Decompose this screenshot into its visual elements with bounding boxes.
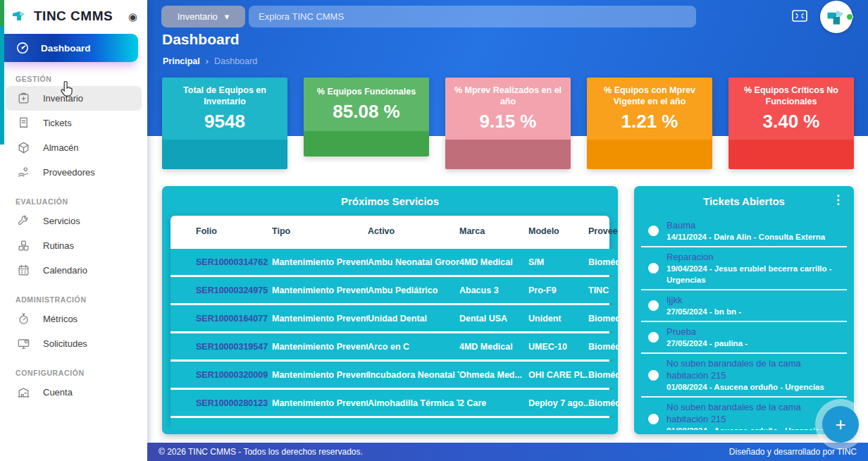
kebab-menu-icon[interactable]: ⋮ xyxy=(832,192,844,208)
ticket-bullet-icon xyxy=(648,414,659,424)
cell-tipo: Mantenimiento Prevent... xyxy=(272,257,368,267)
cell-tipo: Mantenimiento Prevent... xyxy=(272,370,368,380)
cell-marca: Dental USA xyxy=(459,314,528,324)
col-activo: Activo xyxy=(368,226,459,236)
table-footer-spacer xyxy=(170,418,618,431)
sidebar-toggle-icon[interactable]: ◉ xyxy=(128,11,137,22)
col-proveedor: Proveedor xyxy=(588,226,618,236)
cell-activo: Ambu Neonatal Groom... xyxy=(368,257,459,267)
ticket-subtitle: 01/08/2024 - Asucena orduño - Urgencias xyxy=(666,381,843,393)
col-modelo: Modelo xyxy=(528,226,588,236)
sidebar-item-solicitudes[interactable]: Solicitudes xyxy=(0,331,147,356)
speedometer-icon xyxy=(16,41,30,55)
services-table: Folio Tipo Activo Marca Modelo Proveedor… xyxy=(170,216,618,431)
ticket-bullet-icon xyxy=(648,263,659,273)
table-row[interactable]: SER10000324975 Mantenimiento Prevent... … xyxy=(170,277,618,303)
kpi-value: 9548 xyxy=(204,111,245,133)
wrench-icon xyxy=(17,214,30,228)
cell-proveedor: Biomédi xyxy=(588,370,618,380)
table-row[interactable]: SER10000280123 Mantenimiento Prevent... … xyxy=(170,390,618,416)
calendar-icon xyxy=(17,264,30,277)
folio-link[interactable]: SER10000324975 xyxy=(196,285,272,295)
kpi-value: 3.40 % xyxy=(763,111,820,133)
kpi-value: 85.08 % xyxy=(333,101,399,123)
sidebar-item-dashboard[interactable]: Dashboard xyxy=(0,34,138,62)
col-tipo: Tipo xyxy=(272,226,368,236)
kpi-footer xyxy=(587,140,712,169)
folio-link[interactable]: SER10000320009 xyxy=(196,370,272,380)
kpi-label: % Equipos Críticos No Funcionales xyxy=(737,85,845,107)
ticket-subtitle: 19/04/2024 - Jesus erubiel becerra carri… xyxy=(666,263,843,285)
warehouse-box-icon xyxy=(17,141,30,154)
sidebar-item-calendario[interactable]: Calendario xyxy=(0,258,147,283)
sidebar-item-metricos[interactable]: Métricos xyxy=(0,307,147,331)
cell-activo: Ambu Pediátrico xyxy=(368,285,459,295)
kpi-card-total-equipos: Total de Equipos en Inventario 9548 xyxy=(162,78,287,169)
ticket-item[interactable]: No suben barandales de la cama habitació… xyxy=(641,398,847,430)
caret-down-icon: ▾ xyxy=(225,11,230,22)
kpi-value: 9.15 % xyxy=(480,111,537,133)
cell-activo: Unidad Dental xyxy=(368,314,459,324)
section-label-gestion: GESTIÓN xyxy=(16,75,147,83)
sidebar-item-label: Métricos xyxy=(43,314,78,324)
building-icon xyxy=(17,386,30,399)
sidebar-item-tickets[interactable]: Tickets xyxy=(0,111,147,135)
panel-title: Tickets Abiertos xyxy=(634,186,854,216)
ticket-item[interactable]: Reparacion 19/04/2024 - Jesus erubiel be… xyxy=(641,247,847,290)
cell-modelo: S/M xyxy=(528,257,588,267)
kpi-footer xyxy=(162,140,287,169)
ticket-item[interactable]: Bauma 14/11/2024 - Daira Alin - Consulta… xyxy=(641,216,847,247)
cell-marca: 4MD Medical xyxy=(459,257,528,267)
sidebar-item-servicios[interactable]: Servicios xyxy=(0,209,147,233)
section-label-administracion: ADMINISTRACIÓN xyxy=(16,295,147,304)
user-avatar[interactable] xyxy=(820,1,852,33)
folio-link[interactable]: SER10000164077 xyxy=(196,314,272,324)
ticket-subtitle: 14/11/2024 - Daira Alin - Consulta Exter… xyxy=(666,231,843,242)
cell-activo: Incubadora Neonatal TI... xyxy=(368,370,459,380)
sidebar-item-label: Dashboard xyxy=(41,43,91,54)
edge-accent-green xyxy=(0,0,4,26)
folio-link[interactable]: SER10000314762 xyxy=(196,257,272,267)
cell-modelo: Pro-F9 xyxy=(528,285,588,295)
ticket-item[interactable]: Prueba 27/05/2024 - paulina - xyxy=(641,322,847,354)
ticket-item[interactable]: No suben barandales de la cama habitació… xyxy=(641,354,847,398)
folio-link[interactable]: SER10000319547 xyxy=(196,342,272,352)
cell-activo: Almohadilla Térmica TI... xyxy=(368,398,459,408)
ticket-title: Prueba xyxy=(666,326,843,338)
add-ticket-fab[interactable]: + xyxy=(822,406,859,443)
fullscreen-icon[interactable] xyxy=(792,10,807,22)
kpi-card-criticos-no-funcionales: % Equipos Críticos No Funcionales 3.40 % xyxy=(728,78,854,169)
ticket-subtitle: 27/05/2024 - bn bn - xyxy=(666,306,843,317)
sidebar: TINC CMMS ◉ Dashboard GESTIÓN Inventario… xyxy=(0,0,147,461)
search-input[interactable] xyxy=(249,6,696,27)
cell-proveedor: Biomédi xyxy=(588,257,618,267)
panel-title: Próximos Servicios xyxy=(162,186,618,216)
module-selector-button[interactable]: Inventario ▾ xyxy=(161,6,245,27)
cell-tipo: Mantenimiento Prevent... xyxy=(272,342,368,352)
kpi-label: % Mprev Realizados en el año xyxy=(454,85,562,107)
plus-icon: + xyxy=(835,414,845,436)
sidebar-item-cuenta[interactable]: Cuenta xyxy=(0,380,147,405)
sidebar-item-proveedores[interactable]: Proveedores xyxy=(0,160,147,185)
table-row[interactable]: SER10000319547 Mantenimiento Prevent... … xyxy=(170,333,618,359)
table-row[interactable]: SER10000164077 Mantenimiento Prevent... … xyxy=(170,305,618,331)
sidebar-item-label: Almacén xyxy=(43,142,79,153)
kpi-label: % Equipos Funcionales xyxy=(317,86,416,97)
sidebar-item-label: Solicitudes xyxy=(43,338,87,349)
sidebar-item-label: Calendario xyxy=(43,265,87,276)
table-row[interactable]: SER10000320009 Mantenimiento Prevent... … xyxy=(170,362,618,388)
kpi-card-equipos-funcionales: % Equipos Funcionales 85.08 % xyxy=(304,78,429,156)
breadcrumb-home[interactable]: Principal xyxy=(163,56,200,66)
ticket-title: Reparacion xyxy=(666,251,843,263)
cell-modelo: Deploy 7 ago... xyxy=(528,398,588,408)
footer: © 2026 TINC CMMS - Todos los derechos re… xyxy=(147,443,868,461)
table-row[interactable]: SER10000314762 Mantenimiento Prevent... … xyxy=(170,249,618,275)
sidebar-item-almacen[interactable]: Almacén xyxy=(0,135,147,160)
ticket-bullet-icon xyxy=(648,226,659,236)
ticket-item[interactable]: Ijjkk 27/05/2024 - bn bn - xyxy=(641,290,847,322)
folio-link[interactable]: SER10000280123 xyxy=(196,398,272,408)
ticket-bullet-icon xyxy=(648,332,659,343)
tinc-logo-icon xyxy=(11,8,28,25)
sidebar-item-rutinas[interactable]: Rutinas xyxy=(0,233,147,258)
cell-tipo: Mantenimiento Prevent... xyxy=(272,398,368,408)
